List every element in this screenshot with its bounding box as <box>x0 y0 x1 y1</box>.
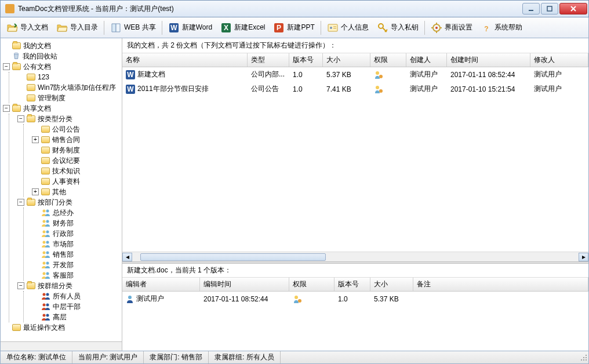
tree-node[interactable]: 管理制度 <box>17 93 122 103</box>
import-key-button[interactable]: 导入私钥 <box>373 20 422 36</box>
folder-icon <box>12 42 21 49</box>
personal-info-button[interactable]: 个人信息 <box>323 20 372 36</box>
import-dir-button[interactable]: 导入目录 <box>53 20 101 36</box>
new-word-button[interactable]: W 新建Word <box>165 20 216 36</box>
table-row[interactable]: 测试用户 2017-01-11 08:52:44 1.0 5.37 KB <box>122 292 588 306</box>
maximize-button[interactable] <box>541 3 558 14</box>
col-ctime[interactable]: 创建时间 <box>447 53 530 67</box>
tree-node[interactable]: 公司公告 <box>32 124 122 134</box>
new-ppt-button[interactable]: P 新建PPT <box>270 20 318 36</box>
svg-point-49 <box>376 86 379 89</box>
folder-tree[interactable]: 我的文档 我的回收站 −公有文档 123 Win7防火墙添加信任程序 管理制度 … <box>1 38 122 341</box>
expand-icon[interactable]: + <box>32 136 39 143</box>
folder-icon <box>27 84 35 91</box>
col-type[interactable]: 类型 <box>248 53 289 67</box>
tree-node[interactable]: +销售合同 <box>32 134 122 145</box>
tree-node-by-type[interactable]: −按类型分类 <box>17 114 122 124</box>
expand-icon[interactable]: + <box>32 188 39 195</box>
folder-icon <box>12 324 21 331</box>
col-perm[interactable]: 权限 <box>289 278 335 291</box>
permission-icon <box>374 85 383 94</box>
tree-node[interactable]: 技术知识 <box>32 166 122 176</box>
word-icon: W <box>168 22 180 34</box>
svg-point-23 <box>43 210 46 213</box>
col-creator[interactable]: 创建人 <box>406 53 447 67</box>
tree-node[interactable]: 所有人员 <box>32 291 122 301</box>
col-version[interactable]: 版本号 <box>335 278 370 291</box>
svg-point-24 <box>46 210 49 213</box>
scroll-left-icon[interactable]: ◂ <box>122 253 132 261</box>
col-perm[interactable]: 权限 <box>370 53 406 67</box>
import-doc-button[interactable]: 导入文档 <box>3 20 52 36</box>
people-icon <box>41 209 50 217</box>
folder-icon <box>41 147 50 154</box>
tree-node[interactable]: 开发部 <box>32 260 122 270</box>
excel-icon: X <box>220 22 232 34</box>
resize-grip-icon[interactable] <box>579 353 588 362</box>
col-size[interactable]: 大小 <box>370 278 413 291</box>
toolbar-label: 新建Excel <box>234 23 265 32</box>
svg-point-55 <box>583 357 584 358</box>
tree-node-shared-docs[interactable]: −共享文档 <box>3 103 122 114</box>
web-share-button[interactable]: WEB 共享 <box>107 20 159 36</box>
help-button[interactable]: ? 系统帮助 <box>477 20 526 36</box>
status-bar: 单位名称: 测试单位 当前用户: 测试用户 隶属部门: 销售部 隶属群组: 所有… <box>0 351 589 364</box>
tree-node[interactable]: 总经办 <box>32 208 122 218</box>
collapse-icon[interactable]: − <box>17 199 24 206</box>
tree-node[interactable]: 财务部 <box>32 218 122 228</box>
scroll-right-icon[interactable]: ▸ <box>579 253 588 261</box>
tree-node-public-docs[interactable]: −公有文档 <box>3 61 122 72</box>
folder-open-icon <box>6 22 18 34</box>
horizontal-scrollbar[interactable]: ◂ ▸ <box>122 252 588 261</box>
col-etime[interactable]: 编辑时间 <box>200 278 289 291</box>
svg-point-34 <box>46 262 49 265</box>
folder-icon <box>27 74 35 81</box>
scrollbar-thumb[interactable] <box>140 253 326 261</box>
col-name[interactable]: 名称 <box>122 53 248 67</box>
tree-node-recycle[interactable]: 我的回收站 <box>3 51 122 61</box>
tree-node[interactable]: 中层干部 <box>32 301 122 312</box>
folder-icon <box>41 178 50 185</box>
tree-node-recent[interactable]: 最近操作文档 <box>3 322 122 333</box>
minimize-button[interactable] <box>522 3 540 14</box>
collapse-icon[interactable]: − <box>17 282 24 289</box>
tree-node[interactable]: 市场部 <box>32 239 122 249</box>
recycle-bin-icon <box>12 52 20 60</box>
svg-point-41 <box>43 314 46 317</box>
col-size[interactable]: 大小 <box>323 53 370 67</box>
folder-icon <box>12 105 21 112</box>
collapse-icon[interactable]: − <box>3 105 10 112</box>
collapse-icon[interactable]: − <box>17 115 24 122</box>
new-excel-button[interactable]: X 新建Excel <box>217 20 268 36</box>
col-version[interactable]: 版本号 <box>289 53 323 67</box>
people-icon <box>41 219 50 227</box>
tree-node[interactable]: 人事资料 <box>32 176 122 187</box>
svg-point-59 <box>586 359 587 361</box>
tree-node[interactable]: 客服部 <box>32 270 122 281</box>
table-row[interactable]: W2011年部分节假日安排 公司公告 1.0 7.41 KB 测试用户 2017… <box>122 82 588 96</box>
col-note[interactable]: 备注 <box>413 278 588 291</box>
horizontal-scrollbar[interactable] <box>1 341 122 351</box>
svg-point-16 <box>435 27 438 29</box>
tree-node[interactable]: 财务制度 <box>32 145 122 155</box>
svg-point-27 <box>43 231 46 234</box>
user-icon <box>126 295 134 303</box>
tree-node[interactable]: 高层 <box>32 312 122 322</box>
tree-node[interactable]: +其他 <box>32 187 122 197</box>
tree-node[interactable]: 会议纪要 <box>32 155 122 166</box>
tree-node[interactable]: 销售部 <box>32 249 122 260</box>
tree-node-by-dept[interactable]: −按部门分类 <box>17 197 122 208</box>
tree-node-by-group[interactable]: −按群组分类 <box>17 281 122 291</box>
tree-node[interactable]: 123 <box>17 72 122 82</box>
ui-settings-button[interactable]: 界面设置 <box>427 20 476 36</box>
tree-node-my-docs[interactable]: 我的文档 <box>3 41 122 51</box>
col-editor[interactable]: 编辑者 <box>122 278 200 291</box>
tree-node[interactable]: 行政部 <box>32 228 122 239</box>
table-row[interactable]: W新建文档 公司内部... 1.0 5.37 KB 测试用户 2017-01-1… <box>122 67 588 82</box>
col-modifier[interactable]: 修改人 <box>530 53 588 67</box>
close-button[interactable] <box>559 3 587 14</box>
collapse-icon[interactable]: − <box>3 63 10 70</box>
folder-icon <box>41 157 50 164</box>
tree-node[interactable]: Win7防火墙添加信任程序 <box>17 82 122 93</box>
toolbar-label: 新建Word <box>182 23 212 32</box>
